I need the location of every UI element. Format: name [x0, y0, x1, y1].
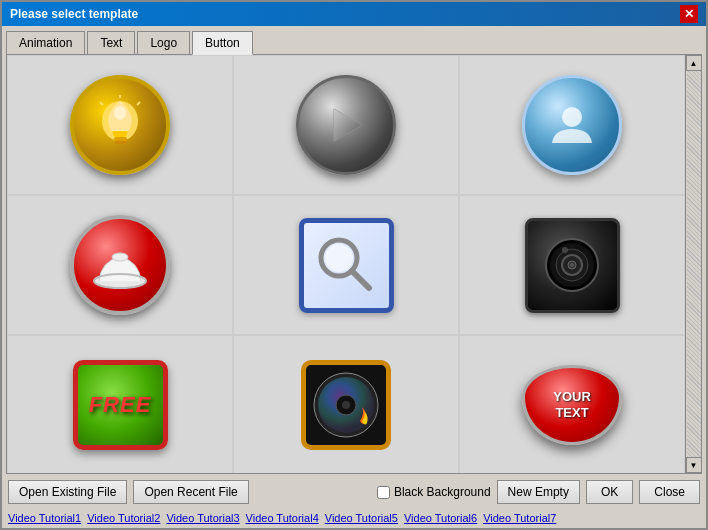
scroll-down-arrow[interactable]: ▼: [686, 457, 702, 473]
scrollbar[interactable]: ▲ ▼: [685, 55, 701, 473]
black-background-label: Black Background: [394, 485, 491, 499]
your-text-icon: YOUR TEXT: [522, 365, 622, 445]
tab-bar: Animation Text Logo Button: [2, 26, 706, 54]
template-your-text[interactable]: YOUR TEXT: [459, 335, 685, 473]
close-button[interactable]: Close: [639, 480, 700, 504]
cd-icon: [301, 360, 391, 450]
free-icon: FREE: [73, 360, 168, 450]
new-empty-button[interactable]: New Empty: [497, 480, 580, 504]
play-icon: [296, 75, 396, 175]
black-background-checkbox[interactable]: [377, 486, 390, 499]
template-red-hat[interactable]: [7, 195, 233, 335]
svg-point-28: [342, 401, 350, 409]
open-recent-button[interactable]: Open Recent File: [133, 480, 248, 504]
window-close-button[interactable]: ✕: [680, 5, 698, 23]
content-area: FREE: [6, 54, 702, 474]
svg-point-21: [570, 263, 574, 267]
template-play[interactable]: [233, 55, 459, 195]
tutorial-5-link[interactable]: Video Tutorial5: [325, 512, 398, 524]
red-hat-icon: [70, 215, 170, 315]
svg-rect-1: [114, 137, 127, 141]
svg-point-9: [562, 107, 582, 127]
lightbulb-icon: [70, 75, 170, 175]
tutorial-3-link[interactable]: Video Tutorial3: [166, 512, 239, 524]
scroll-up-arrow[interactable]: ▲: [686, 55, 702, 71]
template-search[interactable]: [233, 195, 459, 335]
template-speaker[interactable]: [459, 195, 685, 335]
svg-marker-8: [334, 109, 362, 141]
ok-button[interactable]: OK: [586, 480, 633, 504]
tutorial-1-link[interactable]: Video Tutorial1: [8, 512, 81, 524]
free-text: FREE: [89, 392, 152, 418]
cd-svg: [310, 369, 382, 441]
main-window: Please select template ✕ Animation Text …: [0, 0, 708, 530]
template-user[interactable]: [459, 55, 685, 195]
tab-animation[interactable]: Animation: [6, 31, 85, 55]
scroll-thumb[interactable]: [687, 71, 701, 457]
template-lightbulb[interactable]: [7, 55, 233, 195]
svg-rect-2: [115, 141, 126, 144]
your-text-line2: TEXT: [555, 405, 588, 421]
search-svg: [311, 230, 381, 300]
lightbulb-svg: [93, 93, 148, 158]
svg-point-3: [114, 106, 126, 120]
svg-point-22: [562, 247, 568, 253]
svg-line-5: [100, 102, 103, 105]
svg-point-11: [112, 253, 128, 261]
tutorial-2-link[interactable]: Video Tutorial2: [87, 512, 160, 524]
tab-button[interactable]: Button: [192, 31, 253, 55]
black-background-area: Black Background: [377, 485, 491, 499]
your-text-line1: YOUR: [553, 389, 591, 405]
template-free[interactable]: FREE: [7, 335, 233, 473]
tutorial-bar: Video Tutorial1 Video Tutorial2 Video Tu…: [2, 510, 706, 528]
tutorial-4-link[interactable]: Video Tutorial4: [246, 512, 319, 524]
window-title: Please select template: [10, 7, 138, 21]
tab-logo[interactable]: Logo: [137, 31, 190, 55]
template-grid: FREE: [7, 55, 701, 473]
title-bar: Please select template ✕: [2, 2, 706, 26]
tutorial-7-link[interactable]: Video Tutorial7: [483, 512, 556, 524]
user-svg: [546, 99, 598, 151]
footer: Open Existing File Open Recent File Blac…: [2, 474, 706, 510]
play-svg: [324, 103, 368, 147]
speaker-icon: [525, 218, 620, 313]
svg-line-6: [137, 102, 140, 105]
tutorial-6-link[interactable]: Video Tutorial6: [404, 512, 477, 524]
user-icon: [522, 75, 622, 175]
template-cd[interactable]: [233, 335, 459, 473]
tab-text[interactable]: Text: [87, 31, 135, 55]
svg-line-15: [352, 271, 369, 288]
red-hat-svg: [91, 239, 149, 291]
search-icon: [299, 218, 394, 313]
open-existing-button[interactable]: Open Existing File: [8, 480, 127, 504]
speaker-svg: [537, 230, 607, 300]
svg-point-14: [325, 244, 353, 272]
